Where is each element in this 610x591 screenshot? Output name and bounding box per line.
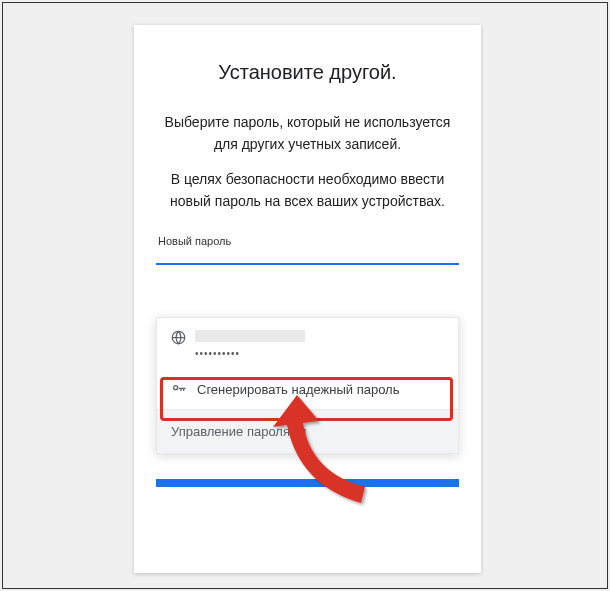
description-1: Выберите пароль, который не используется… xyxy=(134,112,481,155)
new-password-input[interactable] xyxy=(156,263,459,265)
input-underline xyxy=(156,263,459,265)
new-password-label: Новый пароль xyxy=(134,235,481,247)
page-title: Установите другой. xyxy=(134,61,481,84)
generate-password-row[interactable]: Сгенерировать надежный пароль xyxy=(157,369,458,409)
saved-password-dots: •••••••••• xyxy=(195,348,444,359)
globe-icon xyxy=(171,330,193,345)
key-icon xyxy=(171,381,193,397)
generate-password-label: Сгенерировать надежный пароль xyxy=(193,382,399,397)
screenshot-frame: Установите другой. Выберите пароль, кото… xyxy=(2,2,608,589)
password-card: Установите другой. Выберите пароль, кото… xyxy=(134,25,481,573)
input-bottom-bar xyxy=(156,479,459,487)
manage-passwords-row[interactable]: Управление паролями xyxy=(157,409,458,453)
saved-password-row[interactable]: •••••••••• xyxy=(157,318,458,369)
saved-site-blur xyxy=(195,330,305,342)
manage-passwords-label: Управление паролями xyxy=(171,424,306,439)
description-2: В целях безопасности необходимо ввести н… xyxy=(134,169,481,212)
password-suggestion-popup: •••••••••• Сгенерировать надежный пароль… xyxy=(156,317,459,454)
